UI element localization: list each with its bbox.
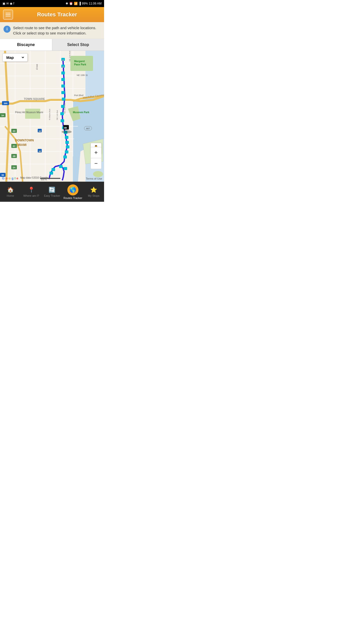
page-title: Routes Tracker: [13, 11, 101, 18]
star-icon: ⭐: [90, 187, 97, 193]
svg-text:95: 95: [2, 174, 4, 176]
signal-icon: ▐: [79, 2, 81, 5]
map-attribution-text: Map data ©2016 Google: [20, 176, 48, 180]
facebook-icon: f: [13, 2, 14, 5]
info-banner: i Select route to see the path and vehic…: [0, 22, 104, 39]
svg-text:NE 15th St: NE 15th St: [77, 74, 88, 76]
svg-text:Pérez Art Museum Miami: Pérez Art Museum Miami: [15, 111, 43, 114]
google-attribution: G o o g l e Map data ©2016 Google: [2, 176, 48, 180]
google-logo-2: o: [6, 176, 8, 180]
google-logo: G: [2, 176, 5, 180]
status-bar: ▣ ✉ ◉ f ✱ ⏰ 📶 ▐ 99% 11:06 AM: [0, 0, 104, 7]
svg-text:NE 2nd Ave: NE 2nd Ave: [69, 51, 71, 61]
svg-text:TOWN SQUARE: TOWN SQUARE: [24, 97, 45, 100]
map-type-selector[interactable]: Map Satellite Terrain: [3, 53, 28, 62]
svg-text:395: 395: [4, 102, 7, 105]
svg-text:NE 2nd Ave: NE 2nd Ave: [64, 103, 66, 114]
terms-of-use[interactable]: Terms of Use: [86, 177, 102, 180]
nav-home-label: Home: [7, 194, 14, 197]
bottom-navigation: 🏠 Home 📍 Where am I? 🔄 Easy Tracker 🌎 Ro…: [0, 182, 104, 202]
svg-rect-25: [62, 98, 65, 101]
app-header: Routes Tracker: [0, 7, 104, 22]
svg-rect-37: [64, 167, 67, 170]
svg-text:887: 887: [86, 127, 90, 130]
svg-rect-27: [60, 112, 64, 115]
gmail-icon: ✉: [6, 2, 9, 5]
svg-point-2: [93, 171, 103, 177]
svg-text:🚌: 🚌: [38, 129, 41, 132]
svg-rect-32: [65, 141, 69, 144]
nav-easy-label: Easy Tracker: [44, 194, 60, 197]
svg-rect-36: [59, 165, 63, 168]
nav-routes-label: Routes Tracker: [63, 196, 82, 199]
svg-text:Port Blvd: Port Blvd: [74, 94, 83, 97]
info-icon: i: [4, 26, 11, 33]
photo-icon: ▣: [3, 2, 5, 5]
wifi-icon: 📶: [74, 2, 78, 5]
hamburger-icon: [6, 13, 11, 16]
svg-text:DOWNTOWN: DOWNTOWN: [15, 139, 34, 142]
nav-routes-tracker[interactable]: 🌎 Routes Tracker: [62, 182, 83, 202]
svg-text:🚌: 🚌: [62, 65, 64, 68]
svg-text:Margaret: Margaret: [74, 60, 85, 63]
svg-rect-34: [65, 150, 68, 153]
home-icon: 🏠: [7, 187, 14, 193]
svg-text:d Ave: d Ave: [36, 64, 38, 70]
svg-rect-18: [25, 109, 40, 119]
google-logo-5: l: [15, 176, 16, 180]
status-right-icons: ✱ ⏰ 📶 ▐ 99% 11:06 AM: [66, 2, 102, 5]
google-logo-3: o: [9, 176, 11, 180]
map-container[interactable]: Map Satellite Terrain: [0, 51, 104, 182]
zoom-out-button[interactable]: −: [90, 158, 102, 169]
svg-text:N Miami Ave: N Miami Ave: [49, 109, 51, 120]
svg-text:Pace Park: Pace Park: [74, 63, 86, 66]
svg-text:Museum Park: Museum Park: [73, 111, 89, 114]
svg-rect-33: [66, 145, 69, 148]
svg-rect-22: [61, 78, 65, 81]
svg-text:🚌: 🚌: [38, 149, 41, 152]
tab-select-stop[interactable]: Select Stop: [52, 39, 104, 51]
compass-icon: ◉: [10, 2, 12, 5]
svg-text:2D: 2D: [13, 130, 16, 132]
svg-rect-38: [50, 172, 53, 175]
svg-text:🚌: 🚌: [62, 59, 64, 61]
zoom-controls: + −: [90, 147, 102, 169]
map-type-select[interactable]: Map Satellite Terrain: [5, 55, 25, 60]
svg-rect-23: [61, 85, 65, 88]
map-svg: 🚌 🚌 🚌 395 95 887 NE 15th St Port Blvd N …: [0, 51, 104, 182]
svg-rect-39: [52, 168, 55, 171]
svg-rect-28: [61, 119, 64, 122]
tab-biscayne[interactable]: Biscayne: [0, 39, 52, 51]
nav-my-stops[interactable]: ⭐ My Stops: [83, 182, 104, 202]
nav-stops-label: My Stops: [88, 194, 100, 197]
bluetooth-icon: ✱: [66, 2, 68, 5]
svg-rect-31: [65, 136, 68, 139]
menu-button[interactable]: [3, 10, 13, 20]
svg-text:2C: 2C: [13, 145, 16, 147]
svg-point-44: [62, 130, 72, 133]
refresh-icon: 🔄: [49, 187, 55, 193]
svg-text:2A: 2A: [13, 166, 16, 169]
nav-home[interactable]: 🏠 Home: [0, 182, 21, 202]
nav-easy-tracker[interactable]: 🔄 Easy Tracker: [42, 182, 63, 202]
globe-icon: 🌎: [69, 187, 76, 193]
svg-text:3A: 3A: [1, 114, 4, 117]
info-text: Select route to see the path and vehicle…: [13, 25, 96, 36]
route-tabs: Biscayne Select Stop: [0, 39, 104, 51]
zoom-in-button[interactable]: +: [90, 147, 102, 158]
google-logo-4: g: [12, 176, 14, 180]
time-display: 11:06 AM: [89, 2, 102, 5]
location-icon: 📍: [28, 187, 35, 193]
svg-text:🚌: 🚌: [64, 126, 67, 129]
alarm-icon: ⏰: [69, 2, 73, 5]
svg-text:MIAMI: MIAMI: [18, 143, 26, 147]
svg-rect-24: [61, 91, 65, 94]
status-left-icons: ▣ ✉ ◉ f: [3, 2, 14, 5]
routes-tracker-icon-wrapper: 🌎: [67, 184, 78, 195]
google-logo-6: e: [17, 176, 18, 180]
svg-rect-21: [61, 71, 65, 74]
svg-text:2B: 2B: [13, 155, 16, 157]
nav-where-am-i[interactable]: 📍 Where am I?: [21, 182, 42, 202]
nav-where-label: Where am I?: [23, 194, 39, 197]
svg-text:NE 1st Ave: NE 1st Ave: [56, 110, 58, 120]
